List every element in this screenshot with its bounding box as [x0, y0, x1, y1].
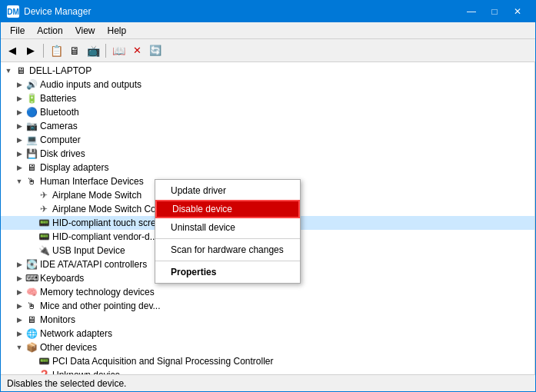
- expand-btn[interactable]: ▶: [13, 286, 25, 298]
- item-icon: 🖥: [25, 314, 38, 326]
- expand-btn: [25, 231, 38, 243]
- item-icon: 🧠: [25, 286, 38, 298]
- tree-bluetooth[interactable]: ▶ 🔵 Bluetooth: [1, 105, 534, 119]
- expand-btn[interactable]: ▶: [13, 161, 25, 174]
- root-icon: 🖥: [15, 65, 27, 77]
- item-icon: 🌐: [25, 327, 38, 340]
- window-title: Device Manager: [24, 6, 460, 17]
- item-label: Mice and other pointing dev...: [40, 301, 161, 311]
- item-label: HID-compliant touch screen: [52, 218, 166, 228]
- item-label: HID-compliant vendor-d...: [52, 231, 158, 242]
- item-icon: 🖱: [25, 175, 38, 188]
- tree-item[interactable]: ▶ 🔋 Batteries: [1, 91, 534, 105]
- refresh-button[interactable]: 🔄: [147, 42, 164, 59]
- tree-item[interactable]: ▶ 🖱 Mice and other pointing dev...: [1, 299, 534, 313]
- item-label: Batteries: [40, 93, 76, 104]
- expand-btn[interactable]: ▶: [13, 134, 25, 146]
- item-label: Monitors: [40, 314, 75, 325]
- back-button[interactable]: ◀: [4, 42, 21, 59]
- tree-root[interactable]: ▼ 🖥 DELL-LAPTOP: [1, 64, 534, 78]
- expand-btn[interactable]: ▶: [13, 272, 25, 284]
- item-label: Human Interface Devices: [40, 176, 144, 187]
- item-label: Memory technology devices: [40, 287, 155, 297]
- forward-button[interactable]: ▶: [22, 42, 39, 59]
- title-bar: DM Device Manager — □ ✕: [1, 1, 535, 22]
- expand-btn[interactable]: ▶: [13, 148, 25, 160]
- tree-item[interactable]: ▶ 💻 Computer: [1, 133, 534, 147]
- item-icon: 📟: [38, 355, 50, 367]
- item-label: Computer: [40, 135, 81, 145]
- tree-item[interactable]: ❓ Unknown device: [1, 368, 534, 374]
- tree-item[interactable]: ▶ 💾 Disk drives: [1, 147, 534, 161]
- item-label: Audio inputs and outputs: [40, 79, 141, 90]
- ctx-sep-1: [155, 238, 300, 239]
- device-tree[interactable]: ▼ 🖥 DELL-LAPTOP ▶ 🔊 Audio inputs and out…: [1, 62, 535, 374]
- item-label: Keyboards: [40, 273, 84, 284]
- item-label: PCI Data Acquisition and Signal Processi…: [52, 356, 273, 367]
- ctx-properties[interactable]: Properties: [155, 263, 300, 281]
- item-icon: 🔵: [25, 106, 38, 118]
- close-button[interactable]: ✕: [506, 1, 529, 22]
- ctx-disable-device[interactable]: Disable device: [155, 200, 300, 218]
- item-label: Disk drives: [40, 148, 85, 159]
- menu-file[interactable]: File: [4, 24, 31, 38]
- item-label: Unknown device: [52, 370, 120, 374]
- expand-btn[interactable]: ▶: [13, 327, 25, 340]
- ctx-uninstall-device[interactable]: Uninstall device: [155, 218, 300, 237]
- expand-btn[interactable]: ▶: [13, 258, 25, 271]
- menu-view[interactable]: View: [69, 24, 102, 38]
- tree-item[interactable]: ▶ 🖥 Monitors: [1, 313, 534, 327]
- item-icon: 💾: [25, 148, 38, 160]
- expand-btn[interactable]: ▼: [13, 341, 25, 354]
- scan-button[interactable]: 🖥: [66, 42, 83, 59]
- item-icon: 🖥: [25, 161, 38, 174]
- menu-action[interactable]: Action: [31, 24, 68, 38]
- expand-btn[interactable]: ▶: [13, 314, 25, 326]
- menu-bar: File Action View Help: [1, 22, 535, 39]
- ctx-scan-hardware[interactable]: Scan for hardware changes: [155, 241, 300, 259]
- properties-button[interactable]: 📋: [48, 42, 65, 59]
- ctx-sep-2: [155, 261, 300, 261]
- item-icon: 🔋: [25, 92, 38, 105]
- status-text: Disables the selected device.: [7, 378, 126, 389]
- root-expand[interactable]: ▼: [2, 65, 15, 77]
- menu-help[interactable]: Help: [102, 24, 133, 38]
- item-label: Other devices: [40, 342, 97, 353]
- item-icon: 🖱: [25, 300, 38, 312]
- delete-button[interactable]: ✕: [128, 42, 145, 59]
- expand-btn: [25, 244, 38, 257]
- expand-btn[interactable]: ▶: [13, 106, 25, 118]
- expand-btn[interactable]: ▶: [13, 120, 25, 132]
- expand-btn[interactable]: ▶: [13, 92, 25, 105]
- expand-btn[interactable]: ▶: [13, 300, 25, 312]
- maximize-button[interactable]: □: [483, 1, 506, 22]
- device-manager-window: DM Device Manager — □ ✕ File Action View…: [0, 0, 536, 392]
- tree-other-devices[interactable]: ▼ 📦 Other devices: [1, 341, 534, 354]
- tree-item[interactable]: ▶ 🧠 Memory technology devices: [1, 285, 534, 299]
- ctx-update-driver[interactable]: Update driver: [155, 181, 300, 200]
- expand-btn[interactable]: ▼: [13, 175, 25, 188]
- item-label: Network adapters: [40, 328, 112, 339]
- item-label: Bluetooth: [40, 107, 79, 118]
- help-button[interactable]: 📖: [110, 42, 127, 59]
- tree-item[interactable]: ▶ 🌐 Network adapters: [1, 327, 534, 341]
- expand-btn: [25, 203, 38, 215]
- display-button[interactable]: 📺: [85, 42, 102, 59]
- item-icon: 🔊: [25, 78, 38, 91]
- item-icon: ✈: [38, 189, 50, 201]
- tree-item[interactable]: 📟 PCI Data Acquisition and Signal Proces…: [1, 354, 534, 368]
- minimize-button[interactable]: —: [460, 1, 483, 22]
- item-icon: 📟: [38, 231, 50, 243]
- toolbar-sep-1: [43, 44, 44, 58]
- item-label: Airplane Mode Switch: [52, 190, 141, 201]
- main-content: ▼ 🖥 DELL-LAPTOP ▶ 🔊 Audio inputs and out…: [1, 62, 535, 374]
- expand-btn[interactable]: ▶: [13, 78, 25, 91]
- tree-item[interactable]: ▶ 🔊 Audio inputs and outputs: [1, 78, 534, 91]
- item-label: USB Input Device: [52, 245, 125, 256]
- tree-item[interactable]: ▶ 📷 Cameras: [1, 119, 534, 133]
- item-icon: ⌨: [25, 272, 38, 284]
- window-icon: DM: [7, 5, 19, 18]
- tree-item[interactable]: ▶ 🖥 Display adapters: [1, 161, 534, 174]
- title-bar-buttons: — □ ✕: [460, 1, 529, 22]
- status-bar: Disables the selected device.: [1, 374, 535, 391]
